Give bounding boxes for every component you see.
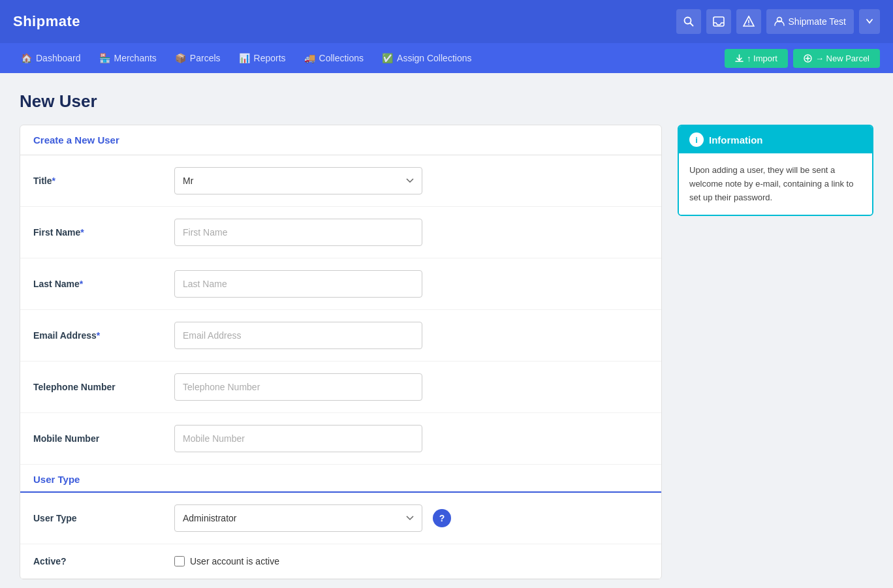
nav-assign-label: Assign Collections	[397, 53, 471, 63]
info-card-body: Upon adding a user, they will be sent a …	[679, 153, 872, 215]
collections-icon: 🚚	[304, 53, 315, 63]
page-title: New User	[20, 91, 873, 112]
last-name-input[interactable]	[174, 270, 422, 298]
nav-item-parcels[interactable]: 📦 Parcels	[167, 49, 228, 67]
reports-icon: 📊	[239, 53, 250, 63]
last-name-row: Last Name*	[20, 258, 661, 310]
first-name-row: First Name*	[20, 207, 661, 258]
last-name-label: Last Name*	[33, 279, 164, 289]
first-name-input[interactable]	[174, 219, 422, 246]
first-name-required-star: *	[80, 227, 84, 238]
parcels-icon: 📦	[175, 53, 186, 63]
main-content: New User Create a New User Title* Mr Mrs…	[0, 73, 893, 588]
content-area: Create a New User Title* Mr Mrs Ms Dr Pr…	[20, 125, 873, 580]
chevron-down-icon	[866, 19, 873, 24]
inbox-button[interactable]	[706, 9, 731, 34]
form-card-title: Create a New User	[20, 125, 661, 155]
assign-icon: ✅	[382, 53, 393, 63]
app-logo: Shipmate	[13, 13, 80, 30]
import-button[interactable]: ↑ Import	[725, 49, 788, 68]
telephone-label: Telephone Number	[33, 382, 164, 392]
search-icon	[683, 16, 694, 27]
title-select[interactable]: Mr Mrs Ms Dr Prof	[174, 167, 422, 194]
nav-item-dashboard[interactable]: 🏠 Dashboard	[13, 49, 89, 67]
new-parcel-button[interactable]: → New Parcel	[793, 49, 880, 68]
user-type-row: User Type Administrator Standard ?	[20, 493, 661, 544]
first-name-label: First Name*	[33, 227, 164, 238]
nav-items: 🏠 Dashboard 🏪 Merchants 📦 Parcels 📊 Repo…	[13, 49, 479, 67]
active-checkbox-label: User account is active	[190, 556, 279, 566]
nav-item-collections[interactable]: 🚚 Collections	[296, 49, 371, 67]
search-button[interactable]	[676, 9, 701, 34]
new-parcel-label: → New Parcel	[815, 54, 870, 63]
email-required-star: *	[97, 330, 100, 341]
header: Shipmate Shipmate T	[0, 0, 893, 43]
telephone-row: Telephone Number	[20, 362, 661, 413]
active-checkbox[interactable]	[174, 556, 185, 566]
header-controls: Shipmate Test	[676, 9, 880, 34]
svg-line-1	[690, 23, 693, 26]
user-type-select[interactable]: Administrator Standard	[174, 504, 422, 532]
active-row: Active? User account is active	[20, 544, 661, 579]
nav-collections-label: Collections	[319, 53, 364, 63]
nav-item-reports[interactable]: 📊 Reports	[231, 49, 294, 67]
alert-icon	[743, 16, 755, 27]
active-checkbox-container[interactable]: User account is active	[174, 556, 279, 566]
email-label: Email Address*	[33, 330, 164, 341]
info-icon: i	[689, 132, 704, 147]
nav-parcels-label: Parcels	[190, 53, 221, 63]
new-parcel-icon	[804, 54, 812, 63]
info-panel: i Information Upon adding a user, they w…	[678, 125, 873, 216]
nav-item-assign-collections[interactable]: ✅ Assign Collections	[374, 49, 479, 67]
active-label: Active?	[33, 556, 164, 566]
last-name-required-star: *	[80, 279, 83, 289]
email-row: Email Address*	[20, 310, 661, 362]
mobile-row: Mobile Number	[20, 413, 661, 465]
nav-reports-label: Reports	[254, 53, 286, 63]
telephone-input[interactable]	[174, 373, 422, 401]
import-icon	[735, 54, 744, 63]
alert-button[interactable]	[736, 9, 761, 34]
nav-item-merchants[interactable]: 🏪 Merchants	[91, 49, 164, 67]
info-header-label: Information	[709, 134, 763, 146]
user-dropdown-button[interactable]	[859, 9, 880, 34]
user-menu-button[interactable]: Shipmate Test	[766, 9, 854, 34]
user-type-label: User Type	[33, 513, 164, 523]
new-user-form-card: Create a New User Title* Mr Mrs Ms Dr Pr…	[20, 125, 662, 580]
title-label: Title*	[33, 176, 164, 186]
info-card: i Information Upon adding a user, they w…	[678, 125, 873, 216]
title-row: Title* Mr Mrs Ms Dr Prof	[20, 155, 661, 207]
svg-point-4	[748, 24, 749, 25]
mobile-label: Mobile Number	[33, 433, 164, 444]
email-input[interactable]	[174, 322, 422, 349]
info-card-header: i Information	[679, 126, 872, 153]
info-body-text: Upon adding a user, they will be sent a …	[689, 164, 862, 204]
nav-bar: 🏠 Dashboard 🏪 Merchants 📦 Parcels 📊 Repo…	[0, 43, 893, 73]
title-required-star: *	[52, 176, 55, 186]
mobile-input[interactable]	[174, 425, 422, 452]
user-type-section-title: User Type	[33, 474, 648, 491]
nav-actions: ↑ Import → New Parcel	[725, 49, 880, 68]
nav-dashboard-label: Dashboard	[36, 53, 81, 63]
merchants-icon: 🏪	[99, 53, 110, 63]
home-icon: 🏠	[21, 53, 32, 63]
import-label: ↑ Import	[747, 54, 777, 63]
user-type-help-button[interactable]: ?	[433, 509, 451, 527]
inbox-icon	[713, 16, 725, 27]
user-type-section-header: User Type	[20, 465, 661, 493]
user-icon	[774, 16, 785, 27]
nav-merchants-label: Merchants	[114, 53, 157, 63]
user-name-label: Shipmate Test	[789, 16, 846, 27]
